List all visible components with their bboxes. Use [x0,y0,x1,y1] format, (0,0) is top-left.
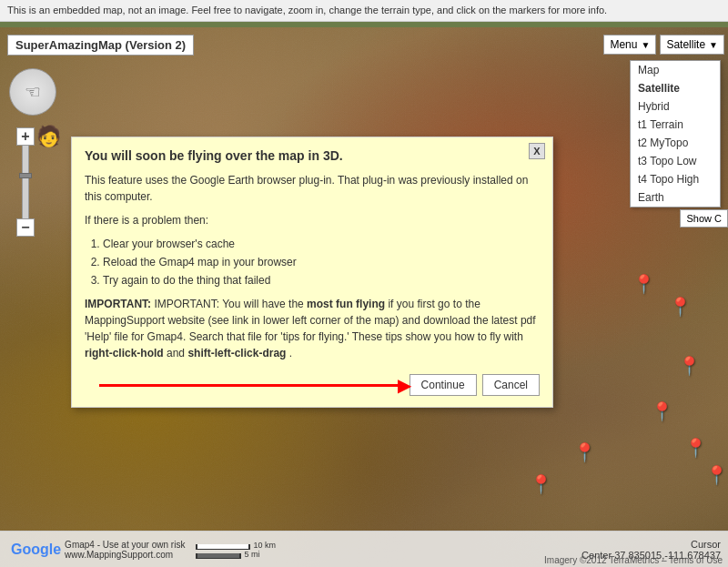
dialog-para-2: If there is a problem then: [85,212,540,228]
red-arrow-line [99,384,399,387]
dialog-important: IMPORTANT: IMPORTANT: You will have the … [85,296,540,361]
dialog-title: You will soon be flying over the map in … [85,148,540,163]
map-container[interactable]: SuperAmazingMap (Version 2) Menu ▼ Satel… [0,27,728,567]
dialog-body: This feature uses the Google Earth brows… [85,172,540,361]
dialog-overlay: X You will soon be flying over the map i… [0,27,728,567]
dialog-step-2: Reload the Gmap4 map in your browser [103,254,540,270]
info-bar-text: This is an embedded map, not an image. F… [7,5,607,15]
continue-button[interactable]: Continue [410,374,477,396]
dialog-steps-list: Clear your browser's cache Reload the Gm… [103,236,540,289]
dialog-shift-left-bold: shift-left-click-drag [187,347,286,359]
red-arrow-head-icon: ▶ [398,374,411,396]
fly-dialog: X You will soon be flying over the map i… [71,137,553,408]
cancel-button[interactable]: Cancel [482,374,540,396]
dialog-right-click-bold: right-click-hold [85,347,164,359]
dialog-step-3: Try again to do the thing that failed [103,272,540,289]
info-bar: This is an embedded map, not an image. F… [0,0,728,22]
dialog-para-1: This feature uses the Google Earth brows… [85,172,540,205]
dialog-important-label: IMPORTANT: [85,298,151,310]
dialog-step-1: Clear your browser's cache [103,236,540,252]
red-arrow-container: ▶ [99,374,411,396]
dialog-close-button[interactable]: X [529,143,545,159]
dialog-most-fun: most fun flying [307,298,385,310]
